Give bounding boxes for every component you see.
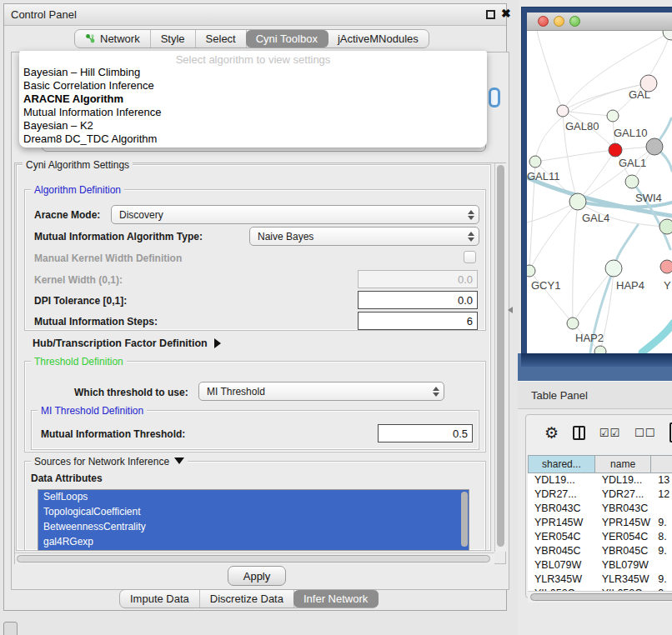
app-root: Control Panel ✖ Network Style Sel bbox=[0, 0, 672, 635]
algorithm-option[interactable]: Bayesian – Hill Climbing bbox=[19, 66, 487, 79]
attribute-list-item[interactable]: gal4RGexp bbox=[38, 535, 469, 550]
network-node[interactable] bbox=[557, 105, 569, 117]
float-window-icon[interactable] bbox=[486, 10, 495, 19]
attribute-list-item[interactable]: BetweennessCentrality bbox=[38, 520, 469, 535]
node-label: GAL bbox=[629, 88, 650, 101]
attribute-list-item[interactable]: SelfLoops bbox=[38, 490, 469, 505]
algorithm-option[interactable]: Basic Correlation Inference bbox=[19, 79, 487, 92]
column-header-shared-name[interactable]: shared... bbox=[528, 455, 595, 473]
network-node[interactable] bbox=[646, 138, 663, 155]
columns-icon[interactable] bbox=[573, 426, 585, 440]
table-row[interactable]: YPR145WYPR145W9. bbox=[528, 516, 672, 530]
which-threshold-select[interactable]: MI Threshold bbox=[198, 382, 444, 401]
network-canvas[interactable]: GALGAL80GAL10GAL1GAL11SWI4GAL4GCY1HAP4YH… bbox=[527, 31, 672, 353]
table-row[interactable]: YDR27...YDR27...12 bbox=[528, 488, 672, 502]
algorithm-option[interactable]: Bayesian – K2 bbox=[19, 119, 487, 132]
settings-vertical-scrollbar[interactable] bbox=[494, 163, 506, 552]
zoom-traffic-icon[interactable] bbox=[569, 16, 580, 27]
table-cell: YBR043C bbox=[528, 502, 595, 516]
collapse-down-icon bbox=[174, 458, 184, 464]
table-cell: YLR345W bbox=[595, 572, 652, 587]
network-node[interactable] bbox=[660, 260, 672, 273]
network-edge bbox=[537, 31, 563, 111]
corner-button[interactable] bbox=[3, 622, 18, 635]
control-panel-titlebar: Control Panel ✖ bbox=[4, 4, 506, 26]
network-node[interactable] bbox=[567, 318, 579, 329]
cyni-settings-legend: Cyni Algorithm Settings bbox=[23, 159, 133, 171]
mi-type-select[interactable]: Naive Bayes bbox=[249, 227, 479, 246]
table-header-row: shared... name bbox=[528, 455, 672, 473]
tab-discretize-data[interactable]: Discretize Data bbox=[200, 590, 294, 608]
network-window-titlebar[interactable] bbox=[527, 12, 672, 31]
which-threshold-value: MI Threshold bbox=[199, 386, 429, 398]
network-node[interactable] bbox=[594, 346, 606, 353]
sources-legend[interactable]: Sources for Network Inference bbox=[31, 456, 188, 468]
dpi-tolerance-field[interactable]: 0.0 bbox=[358, 291, 478, 309]
tab-infer-network[interactable]: Infer Network bbox=[293, 590, 379, 608]
manual-kernel-checkbox[interactable] bbox=[464, 251, 476, 263]
network-node[interactable] bbox=[607, 110, 619, 122]
table-row[interactable]: YBR043CYBR043C bbox=[528, 502, 672, 516]
table-row[interactable]: YER054CYER054C8. bbox=[528, 530, 672, 544]
data-attributes-label: Data Attributes bbox=[31, 472, 103, 484]
table-cell: 8. bbox=[651, 530, 672, 544]
gear-icon[interactable]: ⚙ bbox=[544, 423, 559, 442]
tab-select[interactable]: Select bbox=[196, 30, 247, 48]
network-node[interactable] bbox=[605, 260, 622, 277]
table-row[interactable]: YBR045CYBR045C9. bbox=[528, 544, 672, 558]
settings-horizontal-scrollbar[interactable] bbox=[15, 552, 494, 564]
tab-label: Impute Data bbox=[130, 592, 189, 605]
node-label: Y bbox=[664, 279, 671, 292]
tab-impute-data[interactable]: Impute Data bbox=[120, 590, 200, 608]
aracne-mode-select[interactable]: Discovery bbox=[111, 205, 479, 224]
apply-button[interactable]: Apply bbox=[228, 566, 286, 586]
spinner-arrows-icon bbox=[464, 232, 479, 242]
data-attributes-list[interactable]: SelfLoopsTopologicalCoefficientBetweenne… bbox=[38, 489, 469, 551]
network-node[interactable] bbox=[659, 219, 672, 234]
column-header-partial[interactable] bbox=[651, 455, 672, 473]
algorithm-option[interactable]: Mutual Information Inference bbox=[19, 106, 487, 119]
network-edge bbox=[573, 202, 578, 323]
column-header-name[interactable]: name bbox=[595, 455, 652, 473]
algorithm-option[interactable]: Dream8 DC_TDC Algorithm bbox=[19, 132, 487, 146]
network-node[interactable] bbox=[663, 31, 672, 40]
hub-definition-expander[interactable]: Hub/Transcription Factor Definition bbox=[33, 338, 221, 349]
network-node[interactable] bbox=[529, 156, 541, 168]
mi-steps-field[interactable]: 6 bbox=[358, 312, 478, 330]
control-panel: Control Panel ✖ Network Style Sel bbox=[3, 3, 507, 611]
tab-cyni-toolbox[interactable]: Cyni Toolbox bbox=[246, 30, 328, 48]
table-cell: YER054C bbox=[528, 530, 595, 544]
table-row[interactable]: YDL19...YDL19...13 bbox=[528, 473, 672, 488]
table-cell: 9. bbox=[651, 544, 672, 558]
node-label: GAL1 bbox=[619, 157, 646, 169]
network-edge bbox=[578, 150, 615, 202]
algorithm-menu-list: Bayesian – Hill ClimbingBasic Correlatio… bbox=[19, 66, 487, 146]
table-row[interactable]: YBL079WYBL079W bbox=[528, 558, 672, 572]
network-node[interactable] bbox=[609, 143, 622, 157]
table-cell bbox=[651, 558, 672, 572]
network-node[interactable] bbox=[527, 265, 535, 277]
table-horizontal-scrollbar[interactable] bbox=[528, 591, 672, 602]
split-divider-handle[interactable] bbox=[508, 307, 513, 313]
attributes-scrollbar[interactable] bbox=[459, 490, 469, 550]
tab-jactivemnodules[interactable]: jActiveMNodules bbox=[328, 30, 429, 48]
table-cell: YLR345W bbox=[528, 572, 595, 587]
tab-network[interactable]: Network bbox=[75, 30, 151, 48]
tab-style[interactable]: Style bbox=[151, 30, 196, 48]
network-node[interactable] bbox=[569, 193, 586, 210]
node-label: HAP2 bbox=[575, 332, 604, 344]
algorithm-option[interactable]: ARACNE Algorithm bbox=[19, 92, 487, 106]
minimize-traffic-icon[interactable] bbox=[554, 16, 564, 27]
close-icon[interactable]: ✖ bbox=[501, 7, 511, 20]
table-row[interactable]: YLR345WYLR345W9. bbox=[528, 572, 672, 587]
select-all-checkboxes-icon[interactable]: ☑☑ bbox=[599, 427, 620, 439]
which-threshold-label: Which threshold to use: bbox=[74, 387, 188, 398]
deselect-all-checkboxes-icon[interactable]: ☐☐ bbox=[634, 427, 655, 439]
mi-type-value: Naive Bayes bbox=[250, 231, 464, 242]
network-node[interactable] bbox=[625, 175, 639, 188]
close-traffic-icon[interactable] bbox=[538, 16, 549, 27]
network-window[interactable]: GALGAL80GAL10GAL1GAL11SWI4GAL4GCY1HAP4YH… bbox=[521, 7, 672, 367]
attribute-list-item[interactable]: TopologicalCoefficient bbox=[38, 505, 469, 520]
table-toolbar: ⚙ ☑☑ ☐☐ bbox=[526, 415, 672, 450]
mi-threshold-field[interactable]: 0.5 bbox=[378, 424, 473, 442]
